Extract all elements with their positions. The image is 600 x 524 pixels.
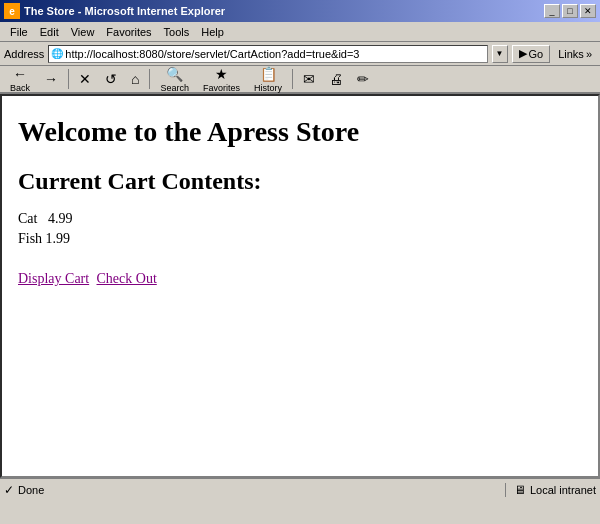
go-label: Go [529, 48, 544, 60]
back-label: Back [10, 83, 30, 93]
menu-file[interactable]: File [4, 24, 34, 40]
zone-text: Local intranet [530, 484, 596, 496]
search-icon: 🔍 [166, 66, 183, 82]
toolbar-separator-2 [149, 69, 150, 89]
menu-view[interactable]: View [65, 24, 101, 40]
edit-button[interactable]: ✏ [351, 67, 375, 91]
title-bar: e The Store - Microsoft Internet Explore… [0, 0, 600, 22]
refresh-button[interactable]: ↺ [99, 67, 123, 91]
search-label: Search [160, 83, 189, 93]
status-right: 🖥 Local intranet [505, 483, 596, 497]
history-label: History [254, 83, 282, 93]
status-zone: 🖥 Local intranet [505, 483, 596, 497]
menu-help[interactable]: Help [195, 24, 230, 40]
back-icon: ← [13, 66, 27, 82]
menu-favorites[interactable]: Favorites [100, 24, 157, 40]
zone-icon: 🖥 [514, 483, 526, 497]
favorites-label: Favorites [203, 83, 240, 93]
toolbar-separator-1 [68, 69, 69, 89]
window-controls: _ □ ✕ [544, 4, 596, 18]
cart-heading: Current Cart Contents: [18, 168, 582, 195]
check-out-link[interactable]: Check Out [97, 271, 157, 286]
print-icon: 🖨 [329, 71, 343, 87]
edit-icon: ✏ [357, 71, 369, 87]
app-icon: e [4, 3, 20, 19]
stop-button[interactable]: ✕ [73, 67, 97, 91]
address-label: Address [4, 48, 44, 60]
page-icon: 🌐 [51, 48, 63, 59]
favorites-icon: ★ [215, 66, 228, 82]
display-cart-link[interactable]: Display Cart [18, 271, 89, 286]
refresh-icon: ↺ [105, 71, 117, 87]
back-button[interactable]: ← Back [4, 67, 36, 91]
cart-item-fish: Fish 1.99 [18, 231, 582, 247]
status-bar: ✓ Done 🖥 Local intranet [0, 478, 600, 500]
address-input-wrap: 🌐 [48, 45, 487, 63]
favorites-button[interactable]: ★ Favorites [197, 67, 246, 91]
links-label: Links [558, 48, 584, 60]
minimize-button[interactable]: _ [544, 4, 560, 18]
status-icon: ✓ [4, 483, 14, 497]
mail-icon: ✉ [303, 71, 315, 87]
mail-button[interactable]: ✉ [297, 67, 321, 91]
go-button[interactable]: ▶ Go [512, 45, 551, 63]
address-bar: Address 🌐 ▼ ▶ Go Links » [0, 42, 600, 66]
stop-icon: ✕ [79, 71, 91, 87]
links-chevron: » [586, 48, 592, 60]
browser-content: Welcome to the Apress Store Current Cart… [0, 94, 600, 478]
toolbar-separator-3 [292, 69, 293, 89]
forward-button[interactable]: → [38, 67, 64, 91]
close-button[interactable]: ✕ [580, 4, 596, 18]
menu-bar: File Edit View Favorites Tools Help [0, 22, 600, 42]
home-icon: ⌂ [131, 71, 139, 87]
cart-item-cat: Cat 4.99 [18, 211, 582, 227]
search-button[interactable]: 🔍 Search [154, 67, 195, 91]
status-text: Done [18, 484, 44, 496]
print-button[interactable]: 🖨 [323, 67, 349, 91]
window-title: The Store - Microsoft Internet Explorer [24, 5, 225, 17]
address-dropdown[interactable]: ▼ [492, 45, 508, 63]
maximize-button[interactable]: □ [562, 4, 578, 18]
cart-links: Display Cart Check Out [18, 271, 582, 287]
cart-item-name-fish: Fish 1.99 [18, 231, 70, 246]
home-button[interactable]: ⌂ [125, 67, 145, 91]
welcome-heading: Welcome to the Apress Store [18, 116, 582, 148]
menu-edit[interactable]: Edit [34, 24, 65, 40]
menu-tools[interactable]: Tools [158, 24, 196, 40]
forward-icon: → [44, 71, 58, 87]
history-icon: 📋 [260, 66, 277, 82]
address-input[interactable] [65, 48, 484, 60]
links-button[interactable]: Links » [554, 48, 596, 60]
cart-item-name-cat: Cat 4.99 [18, 211, 72, 226]
toolbar: ← Back → ✕ ↺ ⌂ 🔍 Search ★ Favorites 📋 Hi… [0, 66, 600, 94]
status-left: ✓ Done [4, 483, 44, 497]
history-button[interactable]: 📋 History [248, 67, 288, 91]
go-icon: ▶ [519, 47, 527, 60]
